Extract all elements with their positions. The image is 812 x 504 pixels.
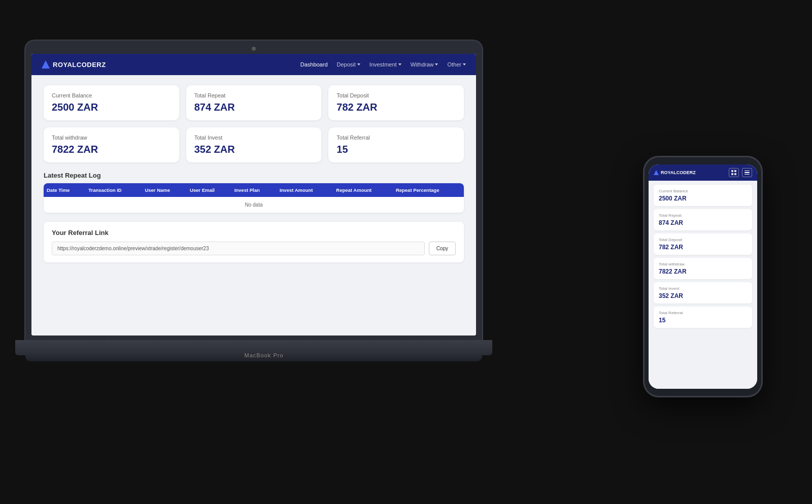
phone-logo-text: ROYALCODERZ [661,170,696,175]
chevron-down-icon [463,63,466,65]
table-empty-message: No data [44,197,464,213]
phone-logo-icon [654,170,659,175]
table-header-row: Date Time Transaction ID User Name User … [44,183,464,197]
referral-link-input[interactable] [52,242,425,255]
app-navbar: ROYALCODERZ Dashboard Deposit Investment [31,54,476,75]
th-email: User Email [187,183,231,197]
stat-label-deposit: Total Deposit [336,92,456,98]
nav-other[interactable]: Other [447,61,466,68]
chevron-down-icon [357,63,360,65]
phone-stat-referral: Total Referral 15 [654,307,752,328]
laptop-camera [252,47,256,51]
th-username: User Name [142,183,187,197]
stat-card-withdraw: Total withdraw 7822 ZAR [44,127,179,162]
grid-icon [731,170,736,175]
hamburger-icon [743,170,751,176]
phone-label-repeat: Total Repeat [659,213,747,218]
laptop-label: MacBook Pro [244,352,283,358]
table-empty-row: No data [44,197,464,213]
table-wrapper: Date Time Transaction ID User Name User … [44,183,464,213]
laptop-screen-outer: ROYALCODERZ Dashboard Deposit Investment [25,41,482,340]
stat-label-balance: Current Balance [52,92,171,98]
phone-notch [688,157,718,161]
th-datetime: Date Time [44,183,85,197]
stat-label-withdraw: Total withdraw [52,135,171,141]
app-content: Current Balance 2500 ZAR Total Repeat 87… [31,75,476,335]
stat-label-invest: Total Invest [194,135,314,141]
stat-value-referral: 15 [336,144,456,155]
stat-card-deposit: Total Deposit 782 ZAR [328,85,464,120]
phone-stat-balance: Current Balance 2500 ZAR [654,185,752,206]
svg-rect-1 [734,170,736,172]
svg-rect-3 [734,173,736,175]
th-invest-plan: Invest Plan [231,183,277,197]
stat-card-repeat: Total Repeat 874 ZAR [186,85,322,120]
stat-grid: Current Balance 2500 ZAR Total Repeat 87… [44,85,464,162]
copy-button[interactable]: Copy [429,242,456,255]
chevron-down-icon [435,63,438,65]
phone-label-withdraw: Total withdraw [659,262,747,266]
phone-label-referral: Total Referral [659,311,747,315]
laptop: ROYALCODERZ Dashboard Deposit Investment [25,41,502,426]
referral-title: Your Referral Link [52,229,456,237]
phone-stat-deposit: Total Deposit 782 ZAR [654,233,752,255]
phone-value-repeat: 874 ZAR [659,219,747,226]
phone: ROYALCODERZ [645,157,761,396]
stat-card-balance: Current Balance 2500 ZAR [44,85,179,120]
stat-value-repeat: 874 ZAR [194,102,314,113]
nav-dashboard[interactable]: Dashboard [300,61,328,68]
th-repeat-amount: Repeat Amount [333,183,393,197]
phone-label-balance: Current Balance [659,189,747,193]
phone-value-withdraw: 7822 ZAR [659,268,747,275]
th-invest-amount: Invest Amount [277,183,333,197]
stat-value-deposit: 782 ZAR [336,102,456,113]
table-section-title: Latest Repeat Log [44,172,464,179]
referral-input-row: Copy [52,242,456,255]
stat-label-referral: Total Referral [336,135,456,141]
logo-icon [42,60,50,69]
phone-value-deposit: 782 ZAR [659,244,747,251]
app-logo: ROYALCODERZ [42,60,106,69]
phone-grid-icon[interactable] [729,168,739,177]
svg-rect-2 [731,173,733,175]
phone-stat-repeat: Total Repeat 874 ZAR [654,209,752,230]
stat-value-withdraw: 7822 ZAR [52,144,171,155]
repeat-log-table: Date Time Transaction ID User Name User … [44,183,464,213]
phone-value-invest: 352 ZAR [659,292,747,299]
laptop-screen: ROYALCODERZ Dashboard Deposit Investment [31,54,476,335]
phone-content: Current Balance 2500 ZAR Total Repeat 87… [649,181,757,389]
phone-label-deposit: Total Deposit [659,238,747,242]
stat-value-invest: 352 ZAR [194,144,314,155]
phone-value-referral: 15 [659,317,747,324]
phone-stat-invest: Total Invest 352 ZAR [654,282,752,304]
phone-nav-icons [729,168,752,177]
th-repeat-pct: Repeat Percentage [393,183,464,197]
phone-menu-icon[interactable] [742,168,752,177]
nav-deposit[interactable]: Deposit [337,61,360,68]
stat-card-invest: Total Invest 352 ZAR [186,127,322,162]
phone-label-invest: Total Invest [659,286,747,291]
stat-label-repeat: Total Repeat [194,92,314,98]
chevron-down-icon [398,63,401,65]
nav-investment[interactable]: Investment [369,61,401,68]
referral-box: Your Referral Link Copy [44,222,464,262]
stat-card-referral: Total Referral 15 [328,127,464,162]
logo-text: ROYALCODERZ [53,61,106,69]
scene: ROYALCODERZ Dashboard Deposit Investment [0,0,812,504]
nav-links: Dashboard Deposit Investment Withdraw [300,61,466,68]
phone-navbar: ROYALCODERZ [649,164,757,181]
th-transaction-id: Transaction ID [85,183,142,197]
phone-logo: ROYALCODERZ [654,170,696,175]
svg-rect-0 [731,170,733,172]
stat-value-balance: 2500 ZAR [52,102,171,113]
phone-screen: ROYALCODERZ [649,164,757,389]
phone-value-balance: 2500 ZAR [659,195,747,202]
nav-withdraw[interactable]: Withdraw [411,61,438,68]
phone-stat-withdraw: Total withdraw 7822 ZAR [654,258,752,279]
